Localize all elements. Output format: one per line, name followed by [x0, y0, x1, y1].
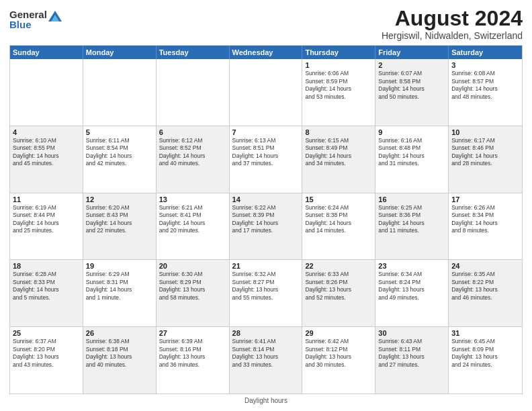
day-number: 10 [451, 128, 519, 136]
calendar-cell: 22Sunrise: 6:33 AM Sunset: 8:26 PM Dayli… [302, 260, 375, 326]
calendar-row: 18Sunrise: 6:28 AM Sunset: 8:33 PM Dayli… [10, 260, 522, 327]
cell-text: Sunrise: 6:13 AM Sunset: 8:51 PM Dayligh… [232, 137, 300, 168]
logo-blue: Blue [9, 19, 47, 30]
cal-header-day: Thursday [302, 46, 375, 59]
calendar-cell: 5Sunrise: 6:11 AM Sunset: 8:54 PM Daylig… [83, 126, 157, 193]
cell-text: Sunrise: 6:08 AM Sunset: 8:57 PM Dayligh… [451, 70, 519, 101]
cell-text: Sunrise: 6:38 AM Sunset: 8:18 PM Dayligh… [86, 338, 153, 369]
cell-text: Sunrise: 6:30 AM Sunset: 8:29 PM Dayligh… [159, 271, 226, 302]
calendar-cell: 23Sunrise: 6:34 AM Sunset: 8:24 PM Dayli… [375, 260, 449, 326]
cal-header-day: Wednesday [230, 46, 303, 59]
logo-icon [48, 9, 62, 23]
day-number: 18 [13, 262, 80, 270]
footer-note: Daylight hours [9, 397, 523, 404]
cell-text: Sunrise: 6:45 AM Sunset: 8:09 PM Dayligh… [451, 338, 519, 369]
cell-text: Sunrise: 6:34 AM Sunset: 8:24 PM Dayligh… [378, 271, 445, 302]
day-number: 16 [378, 195, 445, 203]
calendar-cell: 3Sunrise: 6:08 AM Sunset: 8:57 PM Daylig… [449, 59, 522, 126]
calendar-cell: 28Sunrise: 6:41 AM Sunset: 8:14 PM Dayli… [230, 327, 303, 394]
day-number: 5 [86, 128, 153, 136]
header: General Blue August 2024 Hergiswil, Nidw… [9, 7, 523, 41]
cell-text: Sunrise: 6:29 AM Sunset: 8:31 PM Dayligh… [86, 271, 153, 302]
calendar-cell: 18Sunrise: 6:28 AM Sunset: 8:33 PM Dayli… [10, 260, 83, 326]
calendar-cell: 17Sunrise: 6:26 AM Sunset: 8:34 PM Dayli… [449, 193, 522, 260]
calendar-cell [157, 59, 230, 126]
calendar-cell: 16Sunrise: 6:25 AM Sunset: 8:36 PM Dayli… [375, 193, 449, 260]
calendar: SundayMondayTuesdayWednesdayThursdayFrid… [9, 45, 523, 394]
day-number: 4 [13, 128, 80, 136]
day-number: 23 [378, 262, 445, 270]
cell-text: Sunrise: 6:25 AM Sunset: 8:36 PM Dayligh… [378, 204, 445, 235]
calendar-row: 1Sunrise: 6:06 AM Sunset: 8:59 PM Daylig… [10, 59, 522, 126]
calendar-cell: 8Sunrise: 6:15 AM Sunset: 8:49 PM Daylig… [302, 126, 375, 193]
calendar-row: 4Sunrise: 6:10 AM Sunset: 8:55 PM Daylig… [10, 126, 522, 193]
page: General Blue August 2024 Hergiswil, Nidw… [0, 0, 532, 411]
cell-text: Sunrise: 6:33 AM Sunset: 8:26 PM Dayligh… [305, 271, 372, 302]
day-number: 7 [232, 128, 300, 136]
cal-header-day: Monday [83, 46, 157, 59]
day-number: 30 [378, 329, 445, 337]
calendar-cell: 14Sunrise: 6:22 AM Sunset: 8:39 PM Dayli… [230, 193, 303, 260]
cell-text: Sunrise: 6:35 AM Sunset: 8:22 PM Dayligh… [451, 271, 519, 302]
day-number: 9 [378, 128, 445, 136]
cal-header-day: Sunday [10, 46, 83, 59]
logo: General Blue [9, 9, 62, 30]
day-number: 27 [159, 329, 226, 337]
cell-text: Sunrise: 6:16 AM Sunset: 8:48 PM Dayligh… [378, 137, 445, 168]
day-number: 28 [232, 329, 300, 337]
cell-text: Sunrise: 6:42 AM Sunset: 8:12 PM Dayligh… [305, 338, 372, 369]
cell-text: Sunrise: 6:15 AM Sunset: 8:49 PM Dayligh… [305, 137, 372, 168]
title-section: August 2024 Hergiswil, Nidwalden, Switze… [382, 7, 523, 41]
calendar-row: 25Sunrise: 6:37 AM Sunset: 8:20 PM Dayli… [10, 327, 522, 394]
calendar-cell: 2Sunrise: 6:07 AM Sunset: 8:58 PM Daylig… [375, 59, 449, 126]
day-number: 3 [451, 61, 519, 69]
cell-text: Sunrise: 6:17 AM Sunset: 8:46 PM Dayligh… [451, 137, 519, 168]
day-number: 29 [305, 329, 372, 337]
calendar-cell: 10Sunrise: 6:17 AM Sunset: 8:46 PM Dayli… [449, 126, 522, 193]
calendar-body: 1Sunrise: 6:06 AM Sunset: 8:59 PM Daylig… [10, 59, 522, 394]
calendar-cell: 15Sunrise: 6:24 AM Sunset: 8:38 PM Dayli… [302, 193, 375, 260]
subtitle: Hergiswil, Nidwalden, Switzerland [382, 30, 523, 41]
day-number: 20 [159, 262, 226, 270]
calendar-cell: 27Sunrise: 6:39 AM Sunset: 8:16 PM Dayli… [157, 327, 230, 394]
calendar-cell: 1Sunrise: 6:06 AM Sunset: 8:59 PM Daylig… [302, 59, 375, 126]
calendar-cell: 12Sunrise: 6:20 AM Sunset: 8:43 PM Dayli… [83, 193, 157, 260]
day-number: 22 [305, 262, 372, 270]
calendar-cell [230, 59, 303, 126]
cal-header-day: Friday [375, 46, 449, 59]
cell-text: Sunrise: 6:28 AM Sunset: 8:33 PM Dayligh… [13, 271, 80, 302]
day-number: 31 [451, 329, 519, 337]
cell-text: Sunrise: 6:11 AM Sunset: 8:54 PM Dayligh… [86, 137, 153, 168]
cell-text: Sunrise: 6:43 AM Sunset: 8:11 PM Dayligh… [378, 338, 445, 369]
cal-header-day: Tuesday [157, 46, 230, 59]
cell-text: Sunrise: 6:37 AM Sunset: 8:20 PM Dayligh… [13, 338, 80, 369]
day-number: 11 [13, 195, 80, 203]
cell-text: Sunrise: 6:22 AM Sunset: 8:39 PM Dayligh… [232, 204, 300, 235]
cell-text: Sunrise: 6:39 AM Sunset: 8:16 PM Dayligh… [159, 338, 226, 369]
day-number: 13 [159, 195, 226, 203]
cell-text: Sunrise: 6:26 AM Sunset: 8:34 PM Dayligh… [451, 204, 519, 235]
day-number: 6 [159, 128, 226, 136]
calendar-cell: 9Sunrise: 6:16 AM Sunset: 8:48 PM Daylig… [375, 126, 449, 193]
calendar-cell: 31Sunrise: 6:45 AM Sunset: 8:09 PM Dayli… [449, 327, 522, 394]
calendar-cell: 24Sunrise: 6:35 AM Sunset: 8:22 PM Dayli… [449, 260, 522, 326]
logo-general: General [9, 9, 47, 19]
calendar-cell: 25Sunrise: 6:37 AM Sunset: 8:20 PM Dayli… [10, 327, 83, 394]
calendar-cell: 26Sunrise: 6:38 AM Sunset: 8:18 PM Dayli… [83, 327, 157, 394]
day-number: 19 [86, 262, 153, 270]
calendar-cell: 13Sunrise: 6:21 AM Sunset: 8:41 PM Dayli… [157, 193, 230, 260]
day-number: 26 [86, 329, 153, 337]
day-number: 12 [86, 195, 153, 203]
day-number: 8 [305, 128, 372, 136]
day-number: 15 [305, 195, 372, 203]
calendar-cell: 11Sunrise: 6:19 AM Sunset: 8:44 PM Dayli… [10, 193, 83, 260]
calendar-cell: 4Sunrise: 6:10 AM Sunset: 8:55 PM Daylig… [10, 126, 83, 193]
cell-text: Sunrise: 6:32 AM Sunset: 8:27 PM Dayligh… [232, 271, 300, 302]
calendar-header: SundayMondayTuesdayWednesdayThursdayFrid… [10, 46, 522, 59]
calendar-cell: 6Sunrise: 6:12 AM Sunset: 8:52 PM Daylig… [157, 126, 230, 193]
cell-text: Sunrise: 6:21 AM Sunset: 8:41 PM Dayligh… [159, 204, 226, 235]
main-title: August 2024 [382, 7, 523, 30]
calendar-row: 11Sunrise: 6:19 AM Sunset: 8:44 PM Dayli… [10, 193, 522, 261]
day-number: 24 [451, 262, 519, 270]
cell-text: Sunrise: 6:12 AM Sunset: 8:52 PM Dayligh… [159, 137, 226, 168]
